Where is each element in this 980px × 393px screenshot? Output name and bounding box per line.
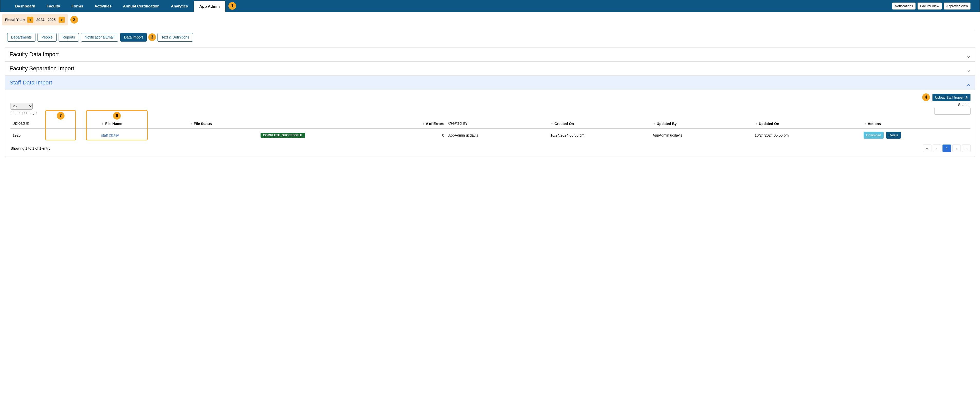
- nav-app-admin[interactable]: App Admin: [194, 1, 225, 12]
- col-label: Upload ID: [13, 121, 29, 125]
- col-label: Created On: [555, 122, 574, 126]
- sort-icon: ▲▼: [551, 122, 553, 125]
- pager-last[interactable]: »: [962, 144, 970, 152]
- pager-next[interactable]: ›: [953, 144, 960, 152]
- pager-prev[interactable]: ‹: [933, 144, 941, 152]
- sort-icon: ▲▼: [864, 122, 866, 125]
- table-row: 1925 staff (3).tsv COMPLETE_SUCCESSFUL 0…: [11, 128, 970, 142]
- file-name-link[interactable]: staff (3).tsv: [101, 133, 119, 137]
- col-upload-id[interactable]: Upload ID: [11, 118, 99, 128]
- nav-annual-certification[interactable]: Annual Certification: [117, 0, 165, 12]
- sort-icon: ▲▼: [653, 122, 655, 125]
- nav-faculty[interactable]: Faculty: [41, 0, 66, 12]
- panel-title: Faculty Data Import: [10, 51, 59, 58]
- upload-staff-ingest-button[interactable]: Upload Staff Ingest: [932, 94, 970, 101]
- upload-icon: [965, 95, 968, 99]
- subtab-text-definitions[interactable]: Text & Definitions: [158, 33, 193, 41]
- approver-view-button[interactable]: Approver View: [944, 3, 970, 10]
- col-actions: ▲▼ Actions: [862, 118, 970, 128]
- fiscal-next-button[interactable]: >: [59, 17, 65, 23]
- staff-import-table: Upload ID ▲▼ File Name ▲▼ File Status: [11, 118, 970, 142]
- annotation-marker-1: 1: [228, 2, 236, 10]
- showing-text: Showing 1 to 1 of 1 entry: [11, 146, 50, 151]
- search-label: Search:: [958, 103, 970, 107]
- nav-dashboard[interactable]: Dashboard: [10, 0, 41, 12]
- nav-forms[interactable]: Forms: [66, 0, 89, 12]
- panel-staff-data-import[interactable]: Staff Data Import: [5, 76, 975, 90]
- subtab-notifications-email[interactable]: Notifications/Email: [81, 33, 118, 41]
- entries-per-page: 25 entries per page: [11, 103, 37, 115]
- faculty-view-button[interactable]: Faculty View: [918, 3, 942, 10]
- panel-faculty-data-import[interactable]: Faculty Data Import: [5, 48, 975, 62]
- fiscal-year-value: 2024 - 2025: [35, 18, 57, 22]
- pager-page-1[interactable]: 1: [942, 144, 951, 152]
- col-file-status[interactable]: ▲▼ File Status: [188, 118, 378, 128]
- annotation-marker-3: 3: [148, 33, 156, 41]
- subtab-reports[interactable]: Reports: [59, 33, 79, 41]
- delete-button[interactable]: Delete: [886, 132, 901, 139]
- col-updated-by[interactable]: ▲▼ Updated By: [651, 118, 752, 128]
- cell-created-on: 10/24/2024 05:56 pm: [548, 128, 650, 142]
- search-box: Search:: [934, 103, 970, 115]
- panel-title: Staff Data Import: [10, 79, 52, 86]
- status-badge: COMPLETE_SUCCESSFUL: [261, 133, 305, 138]
- chevron-up-icon: [966, 81, 970, 84]
- divider: [5, 29, 975, 29]
- col-label: File Status: [194, 122, 212, 126]
- subtab-people[interactable]: People: [38, 33, 57, 41]
- nav-analytics[interactable]: Analytics: [165, 0, 194, 12]
- table-header-row: Upload ID ▲▼ File Name ▲▼ File Status: [11, 118, 970, 128]
- top-nav-right: Notifications Faculty View Approver View: [892, 3, 970, 10]
- cell-updated-by: AppAdmin ucdavis: [651, 128, 752, 142]
- notifications-button[interactable]: Notifications: [892, 3, 915, 10]
- top-nav-left: Dashboard Faculty Forms Activities Annua…: [10, 0, 236, 12]
- col-label: Actions: [868, 122, 881, 126]
- upload-row: 4 Upload Staff Ingest: [11, 93, 970, 101]
- chevron-down-icon: [966, 67, 970, 70]
- subtab-data-import[interactable]: Data Import: [120, 33, 147, 41]
- top-nav: Dashboard Faculty Forms Activities Annua…: [0, 0, 980, 12]
- col-num-errors[interactable]: ▲▼ # of Errors: [378, 118, 446, 128]
- table-controls: 25 entries per page Search:: [11, 103, 970, 115]
- subtab-departments[interactable]: Departments: [7, 33, 35, 41]
- search-input[interactable]: [934, 108, 970, 115]
- sort-icon: ▲▼: [102, 122, 103, 125]
- col-label: File Name: [105, 122, 122, 126]
- entries-select[interactable]: 25: [11, 103, 33, 109]
- col-created-on[interactable]: ▲▼ Created On: [548, 118, 650, 128]
- cell-actions: Download Delete: [862, 128, 970, 142]
- fiscal-year-control: Fiscal Year: < 2024 - 2025 >: [2, 14, 68, 25]
- pager: « ‹ 1 › »: [923, 144, 970, 152]
- col-label: Updated On: [759, 122, 779, 126]
- col-label: Created By: [449, 121, 468, 125]
- sort-icon: ▲▼: [190, 122, 192, 125]
- pager-first[interactable]: «: [923, 144, 931, 152]
- cell-upload-id: 1925: [11, 128, 99, 142]
- sort-icon: ▲▼: [422, 122, 425, 125]
- download-button[interactable]: Download: [864, 132, 884, 139]
- cell-created-by: AppAdmin ucdavis: [446, 128, 548, 142]
- cell-num-errors: 0: [378, 128, 446, 142]
- col-file-name[interactable]: ▲▼ File Name: [99, 118, 187, 128]
- accordion-panels: Faculty Data Import Faculty Separation I…: [5, 47, 975, 157]
- upload-button-label: Upload Staff Ingest: [935, 95, 963, 99]
- col-label: Updated By: [657, 122, 677, 126]
- fiscal-year-bar: Fiscal Year: < 2024 - 2025 > 2: [0, 12, 980, 27]
- chevron-down-icon: [966, 53, 970, 56]
- col-created-by[interactable]: Created By: [446, 118, 548, 128]
- cell-updated-on: 10/24/2024 05:56 pm: [752, 128, 862, 142]
- col-label: # of Errors: [426, 122, 444, 126]
- annotation-marker-2: 2: [70, 16, 78, 24]
- annotation-marker-4: 4: [922, 93, 930, 101]
- fiscal-prev-button[interactable]: <: [27, 17, 33, 23]
- panel-body-staff-data-import: 4 Upload Staff Ingest 25 entries per pag…: [5, 90, 975, 157]
- nav-activities[interactable]: Activities: [89, 0, 118, 12]
- panel-faculty-separation-import[interactable]: Faculty Separation Import: [5, 62, 975, 76]
- table-footer: Showing 1 to 1 of 1 entry « ‹ 1 › »: [11, 144, 970, 152]
- col-updated-on[interactable]: ▲▼ Updated On: [752, 118, 862, 128]
- cell-file-name: staff (3).tsv: [99, 128, 187, 142]
- fiscal-year-label: Fiscal Year:: [5, 18, 25, 22]
- sort-icon: ▲▼: [755, 122, 757, 125]
- entries-label: entries per page: [11, 111, 37, 115]
- panel-title: Faculty Separation Import: [10, 65, 74, 72]
